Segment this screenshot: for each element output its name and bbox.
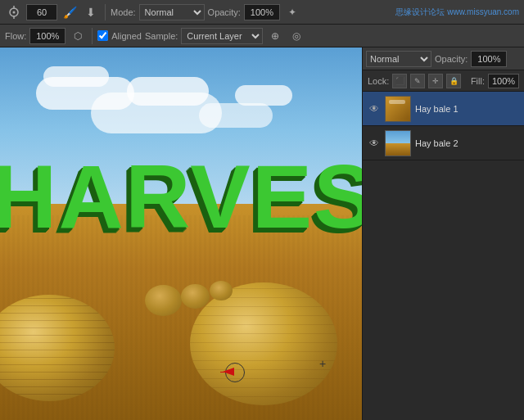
brush-size-input[interactable]: 60	[26, 4, 57, 20]
layer-item-1[interactable]: 👁 Hay bale 2	[363, 126, 524, 160]
hay-bale-mid-2	[181, 284, 210, 309]
layer-name-1: Hay bale 2	[415, 138, 519, 148]
ignore-adj-icon[interactable]: ◎	[287, 27, 305, 45]
sample-select[interactable]: Current Layer	[181, 28, 263, 44]
mode-select[interactable]: Normal	[139, 4, 205, 20]
hay-bale-mid-1	[145, 285, 182, 316]
mode-label: Mode:	[111, 7, 136, 17]
fill-input[interactable]: 100%	[488, 74, 519, 88]
canvas-area[interactable]: HARVEST +	[0, 47, 362, 420]
sep1	[105, 4, 106, 20]
opacity-input[interactable]: 100%	[244, 4, 280, 20]
lock-image-btn[interactable]: ✎	[410, 74, 425, 88]
aligned-checkbox[interactable]	[97, 30, 108, 41]
clone-cursor-crosshair	[220, 372, 233, 373]
layer-visibility-1[interactable]: 👁	[368, 137, 381, 150]
flow-icon[interactable]: ⬡	[69, 27, 87, 45]
opacity-group: 100%	[244, 4, 280, 20]
layers-top-bar: Normal Opacity: 100%	[363, 47, 524, 70]
layers-lock-bar: Lock: ⬛ ✎ ✛ 🔒 Fill: 100%	[363, 70, 524, 92]
harvest-text: HARVEST	[0, 151, 362, 242]
hay-bale-right-stripes	[190, 282, 337, 405]
svg-point-1	[13, 11, 16, 13]
canvas-image: HARVEST +	[0, 47, 362, 420]
lock-all-btn[interactable]: 🔒	[446, 74, 461, 88]
cloud-2	[43, 66, 109, 87]
cloud-6	[235, 85, 292, 106]
lock-transparent-btn[interactable]: ⬛	[392, 74, 407, 88]
layer-item-0[interactable]: 👁 Hay bale 1	[363, 92, 524, 126]
lock-move-btn[interactable]: ✛	[428, 74, 443, 88]
clone-source-plus: +	[319, 357, 326, 370]
lock-label: Lock:	[368, 76, 389, 86]
brand-text: 思缘设计论坛 www.missyuan.com	[395, 7, 519, 18]
layers-blend-mode-select[interactable]: Normal	[366, 51, 431, 67]
aligned-label: Aligned	[111, 31, 142, 41]
layer-thumb-1	[385, 130, 411, 156]
cloud-4	[127, 77, 209, 106]
sep2	[92, 28, 93, 44]
sample-all-layers-icon[interactable]: ⊕	[266, 27, 284, 45]
flow-label: Flow:	[5, 31, 26, 41]
tool-icon[interactable]	[5, 3, 23, 21]
layer-thumb-0	[385, 96, 411, 122]
top-toolbar: 60 🖌️ ⬇ Mode: Normal Opacity: 100% ✦ 思缘设…	[0, 0, 524, 25]
opacity-label: Opacity:	[208, 7, 241, 17]
layer-visibility-0[interactable]: 👁	[368, 102, 381, 115]
layer-name-0: Hay bale 1	[415, 104, 519, 114]
layers-panel: Normal Opacity: 100% Lock: ⬛ ✎ ✛ 🔒 Fill:…	[362, 47, 524, 420]
layers-opacity-label: Opacity:	[435, 54, 468, 64]
sample-label: Sample:	[145, 31, 178, 41]
brush-icon[interactable]: 🖌️	[61, 3, 79, 21]
cloud-5	[199, 103, 273, 128]
fill-label: Fill:	[471, 76, 485, 86]
flow-input[interactable]: 100%	[29, 28, 66, 44]
brush-size-group: 60	[26, 4, 57, 20]
layers-opacity-input[interactable]: 100%	[471, 51, 507, 67]
main-area: HARVEST + Normal	[0, 47, 524, 420]
hardness-icon[interactable]: ⬇	[82, 3, 100, 21]
second-toolbar: Flow: 100% ⬡ Aligned Sample: Current Lay…	[0, 25, 524, 47]
opacity-airbrush-icon[interactable]: ✦	[283, 3, 301, 21]
